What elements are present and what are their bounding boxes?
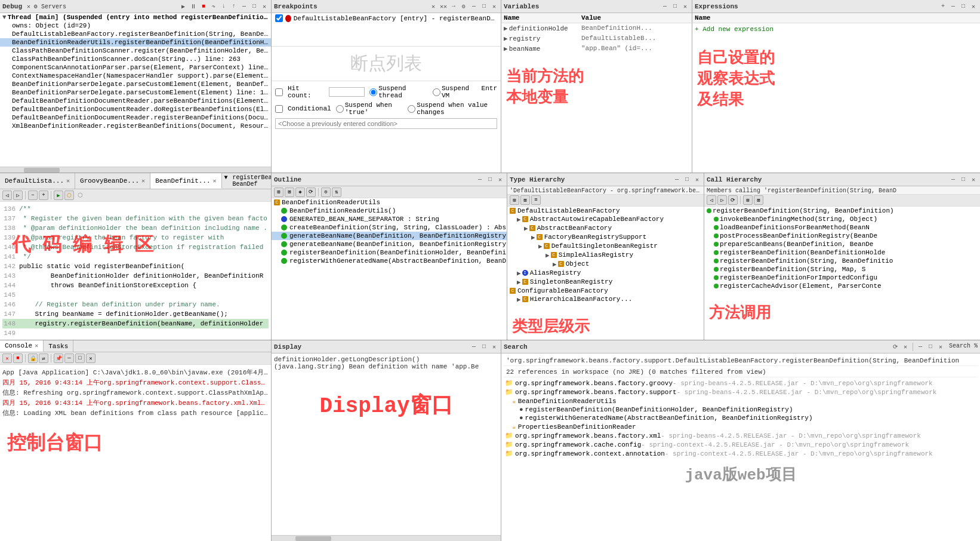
typeh-item-5[interactable]: ▶CSimpleAliasRegistry [507,251,704,260]
search-item-7[interactable]: 📁org.springframework.cache.config - spri… [504,440,978,449]
code-tab-0-close[interactable]: ✕ [66,177,70,185]
var-row-2[interactable]: ▶beanName"app.Bean" (id=... [501,44,692,54]
bp-radio-suspend-thread[interactable]: Suspend thread [369,85,428,99]
typeh-maximize-icon[interactable]: □ [683,176,691,184]
search-close-icon[interactable]: ✕ [936,343,945,351]
outline-item-3[interactable]: createBeanDefinition(String, String, Cla… [272,223,507,232]
vars-maximize-icon[interactable]: □ [671,2,679,11]
search-item-1[interactable]: 📁org.springframework.beans.factory.suppo… [504,388,978,396]
bp-radio-suspend-vm[interactable]: Suspend VM [433,85,477,99]
console-stop-btn[interactable]: ■ [13,354,23,363]
bp-removeall-icon[interactable]: ✕✕ [439,2,448,11]
vars-close-icon[interactable]: ✕ [681,2,689,11]
debug-item-4[interactable]: ClassPathBeanDefinitionScanner.register(… [0,47,271,55]
bp-conditional-checkbox[interactable] [275,105,283,113]
outline-item-4[interactable]: generateBeanName(BeanDefinition, BeanDef… [272,232,507,240]
code-tab-more[interactable]: ▼ [222,173,230,189]
expr-add-icon[interactable]: + [939,2,947,11]
callh-item-8[interactable]: registerBeanDefinitionForImportedConfigu [704,273,980,282]
callh-item-2[interactable]: loadBeanDefinitionsForBeanMethod(BeanN [704,223,980,232]
search-cancel-icon[interactable]: ✕ [901,343,910,351]
callh-item-3[interactable]: postProcessBeanDefinitionRegistry(BeanDe [704,232,980,240]
bp-collapse-icon[interactable]: — [470,2,478,11]
console-minimize-btn[interactable]: — [64,354,74,363]
servers-tab[interactable]: ⚙ Servers [34,3,66,10]
search-expand-icon[interactable]: □ [926,343,935,351]
outline-item-7[interactable]: registerWithGeneratedName(AbstractBeanDe… [272,257,507,265]
debug-item-10[interactable]: DefaultBeanDefinitionDocumentReader.pars… [0,97,271,105]
console-word-wrap-btn[interactable]: ⇌ [39,354,48,363]
console-close-btn[interactable]: ✕ [86,354,95,363]
code-debug-btn[interactable]: ⬡ [64,190,74,200]
debug-item-3[interactable]: BeanDefinitionReaderUtils.registerBeanDe… [0,38,271,47]
expr-maximize-icon[interactable]: □ [959,2,967,11]
code-collapse-btn[interactable]: − [28,190,38,200]
callh-minimize-icon[interactable]: — [949,176,957,184]
typeh-item-1[interactable]: ▶CAbstractAutowireCapableBeanFactory [507,215,704,224]
console-pin-btn[interactable]: 📌 [54,354,63,363]
outline-btn4[interactable]: ⟳ [306,187,316,197]
callh-item-4[interactable]: prepareScanBeans(BeanDefinition, BeanDe [704,240,980,248]
debug-item-6[interactable]: ComponentScanAnnotationParser.parse(Elem… [0,63,271,72]
expr-close-icon[interactable]: ✕ [969,2,978,11]
code-tab-1-close[interactable]: ✕ [141,177,145,185]
typeh-btn2[interactable]: ⊠ [520,195,530,205]
typeh-btn1[interactable]: ⊞ [510,195,519,205]
var-row-0[interactable]: ▶definitionHoldeBeanDefinitionH... [501,23,692,33]
search-item-8[interactable]: 📁org.springframework.context.annotation … [504,449,978,458]
callh-btn2[interactable]: ▷ [717,195,727,205]
vars-minimize-icon[interactable]: — [661,2,669,11]
debug-item-5[interactable]: ClassPathBeanDefinitionScanner.doScan(St… [0,55,271,63]
debug-item-13[interactable]: XmlBeanDefinitionReader.registerBeanDefi… [0,122,271,130]
typeh-item-9[interactable]: CConfigurableBeanFactory [507,287,704,295]
expr-add-button[interactable]: + Add new expression [692,23,980,35]
code-tab-0[interactable]: DefaultLista... ✕ [0,173,75,189]
debug-item-7[interactable]: ContextNamespaceHandler(NamespacerHandle… [0,72,271,80]
outline-item-2[interactable]: GENERATED_BEAN_NAME_SEPARATOR : String [272,215,507,223]
code-expand-btn[interactable]: + [39,190,48,200]
callh-item-7[interactable]: registerBeanDefinition(String, Map, S [704,265,980,273]
typeh-btn3[interactable]: ≡ [531,195,541,205]
search-item-5[interactable]: ☕PropertiesBeanDefinitionReader [504,422,978,431]
debug-stop-icon[interactable]: ■ [199,2,208,11]
display-maximize-icon[interactable]: □ [480,343,488,351]
display-scrollbar-h[interactable] [272,535,501,541]
debug-scrollbar-h[interactable] [0,167,271,173]
outline-minimize-icon[interactable]: — [476,176,484,184]
bp-goto-icon[interactable]: → [449,2,458,11]
code-play-btn[interactable]: ▶ [54,190,63,200]
code-tab-2[interactable]: BeanDefinit... ✕ [150,173,221,189]
outline-btn3[interactable]: ◈ [295,187,305,197]
bp-hitcount-checkbox[interactable] [275,88,283,96]
search-refresh-icon[interactable]: ⟳ [891,343,899,351]
search-item-0[interactable]: 📁org.springframework.beans.factory.groov… [504,379,978,388]
callh-item-0[interactable]: registerBeanDefinition(String, BeanDefin… [704,207,980,215]
debug-minimize-icon[interactable]: — [240,2,248,11]
search-item-6[interactable]: 📁org.springframework.beans.factory.xml -… [504,431,978,440]
outline-item-0[interactable]: CBeanDefinitionReaderUtils [272,198,507,207]
console-tab[interactable]: Console ✕ [0,340,44,352]
debug-stepover-icon[interactable]: ↷ [209,2,218,11]
callh-btn1[interactable]: ◁ [707,195,716,205]
console-tab-close[interactable]: ✕ [35,342,38,349]
bp-expand-icon[interactable]: □ [480,2,488,11]
search-item-3[interactable]: ●registerBeanDefinition(BeanDefinitionHo… [504,405,978,414]
callh-collapse-btn[interactable]: ⊞ [743,195,753,205]
debug-item-8[interactable]: BeanDefinitionParserDelegate.parseCustom… [0,80,271,88]
typeh-item-0[interactable]: CDefaultListableBeanFactory [507,207,704,215]
debug-item-0[interactable]: ▼Thread [main] (Suspended (entry into me… [0,13,271,21]
typeh-item-2[interactable]: ▶CAbstractBeanFactory [507,224,704,233]
search-item-2[interactable]: ☕BeanDefinitionReaderUtils [504,396,978,405]
bp-checkbox-0[interactable] [275,14,283,22]
code-tab-2-close[interactable]: ✕ [213,177,217,185]
bp-radio-value[interactable]: Suspend when value changes [408,102,497,116]
tasks-tab[interactable]: Tasks [44,340,73,352]
breakpoint-item-0[interactable]: DefaultListableBeanFactory [entry] - reg… [272,13,501,23]
callh-item-1[interactable]: invokeBeanDefiningMethod(String, Object) [704,215,980,223]
code-back-btn[interactable]: ◁ [2,190,12,200]
outline-btn1[interactable]: ⊞ [274,187,283,197]
callh-item-6[interactable]: registerBeanDefinition(String, BeanDefin… [704,257,980,265]
debug-item-9[interactable]: BeanDefinitionParserDelegate.parseCustom… [0,88,271,97]
debug-item-12[interactable]: DefaultBeanDefinitionDocumentReader.regi… [0,113,271,122]
code-tab-1[interactable]: GroovyBeanDe... ✕ [75,173,150,189]
